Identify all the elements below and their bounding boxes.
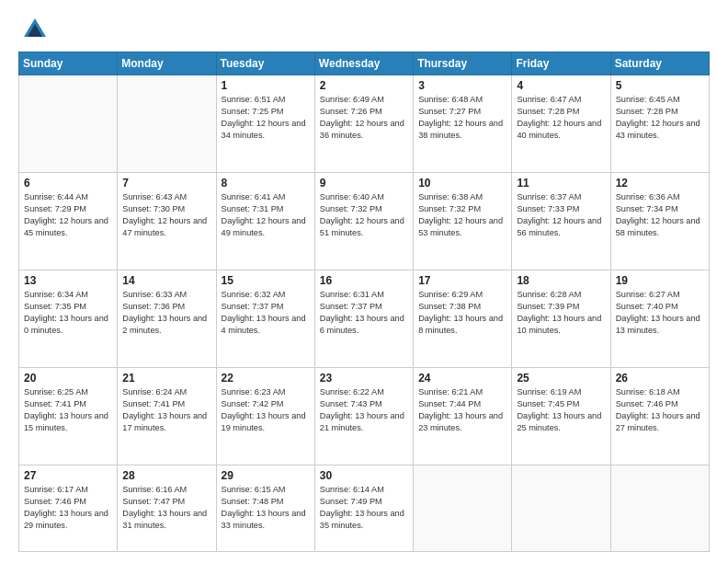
calendar-cell: 30Sunrise: 6:14 AM Sunset: 7:49 PM Dayli…: [314, 465, 413, 552]
calendar-cell: 16Sunrise: 6:31 AM Sunset: 7:37 PM Dayli…: [314, 270, 413, 368]
week-row-1: 1Sunrise: 6:51 AM Sunset: 7:25 PM Daylig…: [19, 75, 710, 173]
calendar-cell: [414, 465, 512, 552]
calendar-cell: 1Sunrise: 6:51 AM Sunset: 7:25 PM Daylig…: [216, 75, 314, 173]
day-number: 26: [616, 372, 704, 385]
cell-text: Sunrise: 6:14 AM Sunset: 7:49 PM Dayligh…: [320, 484, 408, 532]
cell-text: Sunrise: 6:51 AM Sunset: 7:25 PM Dayligh…: [222, 94, 310, 142]
day-number: 1: [222, 79, 310, 92]
cell-text: Sunrise: 6:22 AM Sunset: 7:43 PM Dayligh…: [320, 386, 408, 434]
calendar-cell: 23Sunrise: 6:22 AM Sunset: 7:43 PM Dayli…: [314, 368, 413, 465]
cell-text: Sunrise: 6:27 AM Sunset: 7:40 PM Dayligh…: [616, 289, 704, 337]
day-number: 24: [418, 372, 506, 385]
calendar-cell: 8Sunrise: 6:41 AM Sunset: 7:31 PM Daylig…: [216, 173, 314, 270]
logo-icon: [22, 17, 48, 42]
day-number: 16: [320, 274, 408, 287]
weekday-header-monday: Monday: [118, 52, 216, 75]
cell-text: Sunrise: 6:44 AM Sunset: 7:29 PM Dayligh…: [24, 191, 112, 239]
calendar-cell: 3Sunrise: 6:48 AM Sunset: 7:27 PM Daylig…: [414, 75, 512, 173]
day-number: 2: [320, 79, 408, 92]
calendar-cell: 14Sunrise: 6:33 AM Sunset: 7:36 PM Dayli…: [118, 270, 216, 368]
day-number: 30: [320, 469, 408, 482]
cell-text: Sunrise: 6:28 AM Sunset: 7:39 PM Dayligh…: [517, 289, 605, 337]
day-number: 6: [24, 177, 112, 190]
day-number: 23: [320, 372, 408, 385]
calendar-cell: 6Sunrise: 6:44 AM Sunset: 7:29 PM Daylig…: [19, 173, 118, 270]
calendar-cell: [610, 465, 709, 552]
day-number: 10: [418, 177, 506, 190]
day-number: 25: [517, 372, 605, 385]
calendar-cell: 18Sunrise: 6:28 AM Sunset: 7:39 PM Dayli…: [512, 270, 610, 368]
cell-text: Sunrise: 6:41 AM Sunset: 7:31 PM Dayligh…: [222, 191, 310, 239]
day-number: 21: [122, 372, 210, 385]
cell-text: Sunrise: 6:38 AM Sunset: 7:32 PM Dayligh…: [418, 191, 506, 239]
cell-text: Sunrise: 6:49 AM Sunset: 7:26 PM Dayligh…: [320, 94, 408, 142]
cell-text: Sunrise: 6:23 AM Sunset: 7:42 PM Dayligh…: [222, 386, 310, 434]
calendar-cell: 13Sunrise: 6:34 AM Sunset: 7:35 PM Dayli…: [19, 270, 118, 368]
cell-text: Sunrise: 6:31 AM Sunset: 7:37 PM Dayligh…: [320, 289, 408, 337]
cell-text: Sunrise: 6:43 AM Sunset: 7:30 PM Dayligh…: [122, 191, 210, 239]
day-number: 19: [616, 274, 704, 287]
week-row-4: 20Sunrise: 6:25 AM Sunset: 7:41 PM Dayli…: [19, 368, 710, 465]
cell-text: Sunrise: 6:36 AM Sunset: 7:34 PM Dayligh…: [616, 191, 704, 239]
day-number: 4: [517, 79, 605, 92]
cell-text: Sunrise: 6:16 AM Sunset: 7:47 PM Dayligh…: [122, 484, 210, 532]
day-number: 14: [122, 274, 210, 287]
day-number: 12: [616, 177, 704, 190]
calendar-cell: 7Sunrise: 6:43 AM Sunset: 7:30 PM Daylig…: [118, 173, 216, 270]
calendar-cell: 12Sunrise: 6:36 AM Sunset: 7:34 PM Dayli…: [610, 173, 709, 270]
day-number: 11: [517, 177, 605, 190]
day-number: 20: [24, 372, 112, 385]
calendar-cell: 25Sunrise: 6:19 AM Sunset: 7:45 PM Dayli…: [512, 368, 610, 465]
cell-text: Sunrise: 6:15 AM Sunset: 7:48 PM Dayligh…: [222, 484, 310, 532]
cell-text: Sunrise: 6:33 AM Sunset: 7:36 PM Dayligh…: [122, 289, 210, 337]
logo: [18, 17, 48, 42]
cell-text: Sunrise: 6:17 AM Sunset: 7:46 PM Dayligh…: [24, 484, 112, 532]
cell-text: Sunrise: 6:45 AM Sunset: 7:28 PM Dayligh…: [616, 94, 704, 142]
weekday-header-tuesday: Tuesday: [216, 52, 314, 75]
calendar-cell: 22Sunrise: 6:23 AM Sunset: 7:42 PM Dayli…: [216, 368, 314, 465]
calendar-cell: 11Sunrise: 6:37 AM Sunset: 7:33 PM Dayli…: [512, 173, 610, 270]
calendar-cell: 24Sunrise: 6:21 AM Sunset: 7:44 PM Dayli…: [414, 368, 512, 465]
calendar-cell: 19Sunrise: 6:27 AM Sunset: 7:40 PM Dayli…: [610, 270, 709, 368]
calendar-cell: 15Sunrise: 6:32 AM Sunset: 7:37 PM Dayli…: [216, 270, 314, 368]
page: SundayMondayTuesdayWednesdayThursdayFrid…: [0, 0, 728, 563]
cell-text: Sunrise: 6:47 AM Sunset: 7:28 PM Dayligh…: [517, 94, 605, 142]
week-row-3: 13Sunrise: 6:34 AM Sunset: 7:35 PM Dayli…: [19, 270, 710, 368]
calendar-cell: 20Sunrise: 6:25 AM Sunset: 7:41 PM Dayli…: [19, 368, 118, 465]
weekday-header-thursday: Thursday: [414, 52, 512, 75]
cell-text: Sunrise: 6:37 AM Sunset: 7:33 PM Dayligh…: [517, 191, 605, 239]
calendar-cell: 9Sunrise: 6:40 AM Sunset: 7:32 PM Daylig…: [314, 173, 413, 270]
week-row-5: 27Sunrise: 6:17 AM Sunset: 7:46 PM Dayli…: [19, 465, 710, 552]
cell-text: Sunrise: 6:34 AM Sunset: 7:35 PM Dayligh…: [24, 289, 112, 337]
cell-text: Sunrise: 6:18 AM Sunset: 7:46 PM Dayligh…: [616, 386, 704, 434]
cell-text: Sunrise: 6:29 AM Sunset: 7:38 PM Dayligh…: [418, 289, 506, 337]
calendar-cell: 2Sunrise: 6:49 AM Sunset: 7:26 PM Daylig…: [314, 75, 413, 173]
weekday-header-wednesday: Wednesday: [314, 52, 413, 75]
weekday-header-row: SundayMondayTuesdayWednesdayThursdayFrid…: [19, 52, 710, 75]
day-number: 29: [222, 469, 310, 482]
day-number: 28: [122, 469, 210, 482]
calendar-cell: 27Sunrise: 6:17 AM Sunset: 7:46 PM Dayli…: [19, 465, 118, 552]
calendar-cell: 17Sunrise: 6:29 AM Sunset: 7:38 PM Dayli…: [414, 270, 512, 368]
calendar-table: SundayMondayTuesdayWednesdayThursdayFrid…: [18, 52, 710, 552]
cell-text: Sunrise: 6:21 AM Sunset: 7:44 PM Dayligh…: [418, 386, 506, 434]
day-number: 13: [24, 274, 112, 287]
weekday-header-sunday: Sunday: [19, 52, 118, 75]
day-number: 17: [418, 274, 506, 287]
cell-text: Sunrise: 6:48 AM Sunset: 7:27 PM Dayligh…: [418, 94, 506, 142]
day-number: 8: [222, 177, 310, 190]
day-number: 9: [320, 177, 408, 190]
calendar-cell: 29Sunrise: 6:15 AM Sunset: 7:48 PM Dayli…: [216, 465, 314, 552]
weekday-header-saturday: Saturday: [610, 52, 709, 75]
cell-text: Sunrise: 6:25 AM Sunset: 7:41 PM Dayligh…: [24, 386, 112, 434]
header: [18, 17, 710, 42]
day-number: 7: [122, 177, 210, 190]
day-number: 15: [222, 274, 310, 287]
calendar-cell: 28Sunrise: 6:16 AM Sunset: 7:47 PM Dayli…: [118, 465, 216, 552]
calendar-cell: 10Sunrise: 6:38 AM Sunset: 7:32 PM Dayli…: [414, 173, 512, 270]
day-number: 3: [418, 79, 506, 92]
cell-text: Sunrise: 6:19 AM Sunset: 7:45 PM Dayligh…: [517, 386, 605, 434]
calendar-cell: [118, 75, 216, 173]
weekday-header-friday: Friday: [512, 52, 610, 75]
day-number: 22: [222, 372, 310, 385]
